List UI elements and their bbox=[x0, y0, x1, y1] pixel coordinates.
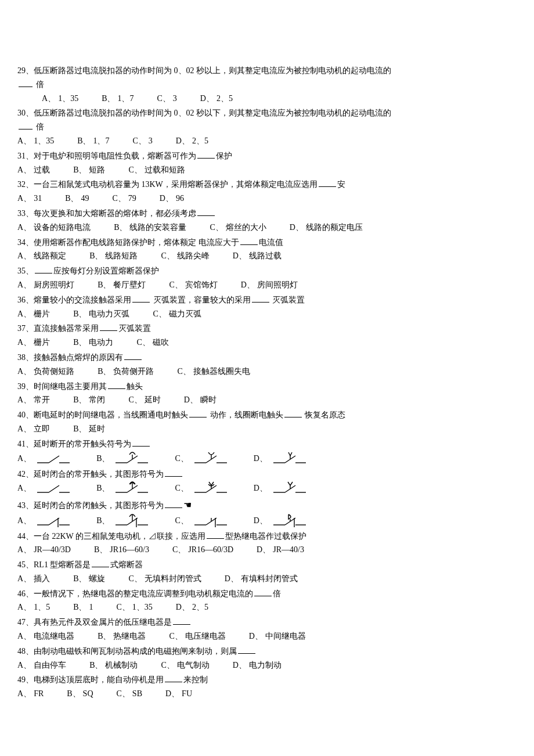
option[interactable]: D、 中间继电器 bbox=[249, 629, 306, 643]
option[interactable]: D、 瞬时 bbox=[184, 393, 217, 407]
option[interactable]: A、插入 bbox=[17, 572, 50, 586]
option[interactable]: D、FU bbox=[165, 687, 192, 701]
option[interactable]: A、负荷侧短路 bbox=[17, 365, 74, 379]
option[interactable]: B、 常闭 bbox=[73, 393, 105, 407]
option[interactable]: D、 bbox=[254, 451, 309, 466]
option[interactable]: A、线路额定 bbox=[17, 249, 66, 263]
option[interactable]: A、自由停车 bbox=[17, 658, 66, 672]
option[interactable]: D、2、5 bbox=[200, 92, 233, 106]
question-q32: 32、一台三相鼠笼式电动机容量为 13KW，采用熔断器保护，其熔体额定电流应选用… bbox=[17, 178, 517, 206]
option[interactable]: A、设备的短路电流 bbox=[17, 221, 91, 235]
option[interactable]: B、 bbox=[96, 513, 151, 528]
option-value: 常开 bbox=[34, 393, 50, 407]
option-value: 延时 bbox=[89, 422, 105, 436]
option[interactable]: C、 电压继电器 bbox=[169, 629, 225, 643]
option[interactable]: A、电流继电器 bbox=[17, 629, 74, 643]
option[interactable]: D、 bbox=[254, 513, 309, 528]
option[interactable]: A、栅片 bbox=[17, 307, 50, 321]
option[interactable]: D、 线路的额定电压 bbox=[290, 221, 363, 235]
option[interactable]: B、JR16—60/3 bbox=[94, 543, 149, 557]
option[interactable]: C、无填料封闭管式 bbox=[128, 572, 201, 586]
option[interactable]: A、立即 bbox=[17, 422, 50, 436]
option[interactable]: A、过载 bbox=[17, 163, 50, 177]
option[interactable]: A、1、35 bbox=[17, 134, 54, 148]
option[interactable]: A、常开 bbox=[17, 393, 50, 407]
option-label: A、 bbox=[17, 163, 31, 177]
option-label: C、 bbox=[210, 221, 223, 235]
option[interactable]: A、栅片 bbox=[17, 336, 50, 350]
option-label: A、 bbox=[17, 221, 31, 235]
option-value: 1、7 bbox=[93, 134, 109, 148]
option[interactable]: B、螺旋 bbox=[73, 572, 105, 586]
option[interactable]: B、 1、7 bbox=[102, 92, 134, 106]
option[interactable]: C、 电气制动 bbox=[161, 658, 209, 672]
option-label: B、 bbox=[73, 336, 86, 350]
option[interactable]: D、 线路过载 bbox=[233, 249, 282, 263]
option[interactable]: C、线路尖峰 bbox=[161, 249, 209, 263]
option[interactable]: A、FR bbox=[17, 687, 44, 701]
option[interactable]: C、3 bbox=[132, 134, 152, 148]
option-value: 接触器线圈失电 bbox=[193, 365, 250, 379]
option[interactable]: B、1 bbox=[73, 600, 93, 614]
option[interactable]: A、 bbox=[17, 481, 73, 496]
question-q33: 33、每次更换和加大熔断器的熔体时，都必须考虑A、设备的短路电流B、 线路的安装… bbox=[17, 207, 517, 235]
option[interactable]: D、 有填料封闭管式 bbox=[225, 572, 298, 586]
option[interactable]: B、 线路的安装容量 bbox=[114, 221, 186, 235]
option-value: FR bbox=[34, 687, 44, 701]
option[interactable]: C、 磁吹 bbox=[136, 336, 168, 350]
option[interactable]: C、79 bbox=[112, 192, 136, 206]
option[interactable]: B、餐厅壁灯 bbox=[98, 278, 146, 292]
option[interactable]: C、 接触器线圈失电 bbox=[177, 365, 250, 379]
option[interactable]: B、 线路短路 bbox=[89, 249, 138, 263]
option-label: D、 bbox=[241, 278, 255, 292]
option[interactable]: D、JR—40/3 bbox=[257, 543, 304, 557]
option[interactable]: C、JR16—60/3D bbox=[172, 543, 233, 557]
option[interactable]: A、1、5 bbox=[17, 600, 50, 614]
stem-pre: 49、电梯到达顶层底时，能自动停机是用 bbox=[17, 675, 164, 684]
option[interactable]: D、 电力制动 bbox=[233, 658, 282, 672]
option-label: C、 bbox=[169, 278, 182, 292]
option[interactable]: C、磁力灭弧 bbox=[153, 307, 201, 321]
option[interactable]: D、96 bbox=[160, 192, 184, 206]
option[interactable]: A、31 bbox=[17, 192, 42, 206]
option[interactable]: D、 bbox=[254, 481, 309, 496]
option[interactable]: B、电动力 bbox=[73, 336, 113, 350]
options-row: A、自由停车B、 机械制动C、 电气制动D、 电力制动 bbox=[17, 658, 517, 672]
option-label: B、 bbox=[94, 543, 107, 557]
option[interactable]: B、 电动力灭弧 bbox=[73, 307, 129, 321]
option[interactable]: C、 延时 bbox=[128, 393, 160, 407]
option[interactable]: A、 bbox=[17, 451, 73, 466]
option[interactable]: C、 宾馆饰灯 bbox=[169, 278, 217, 292]
option[interactable]: A、1、35 bbox=[42, 92, 78, 106]
option[interactable]: B、49 bbox=[65, 192, 89, 206]
option[interactable]: C、SB bbox=[117, 687, 142, 701]
option[interactable]: A、JR—40/3D bbox=[17, 543, 71, 557]
option[interactable]: B、 热继电器 bbox=[98, 629, 146, 643]
option[interactable]: B、 bbox=[96, 451, 151, 466]
question-q49: 49、电梯到达顶层底时，能自动停机是用来控制A、FRB、SQC、SBD、FU bbox=[17, 673, 517, 701]
option-value: 螺旋 bbox=[89, 572, 105, 586]
option[interactable]: D、房间照明灯 bbox=[241, 278, 298, 292]
option[interactable]: B、1、7 bbox=[77, 134, 109, 148]
option[interactable]: C、 熔丝的大小 bbox=[210, 221, 266, 235]
option[interactable]: C、3 bbox=[157, 92, 176, 106]
option[interactable]: D、2、5 bbox=[176, 600, 208, 614]
option[interactable]: B、 机械制动 bbox=[89, 658, 138, 672]
option[interactable]: C、 bbox=[175, 451, 230, 466]
option[interactable]: B、 负荷侧开路 bbox=[98, 365, 154, 379]
option[interactable]: B、 bbox=[96, 481, 151, 496]
option[interactable]: B、 延时 bbox=[73, 422, 105, 436]
option[interactable]: C、 bbox=[175, 481, 230, 496]
option-value: 栅片 bbox=[34, 307, 50, 321]
option[interactable]: B、SQ bbox=[67, 687, 93, 701]
option[interactable]: C、过载和短路 bbox=[128, 163, 185, 177]
option[interactable]: C、 bbox=[175, 513, 230, 528]
option[interactable]: D、2、5 bbox=[176, 134, 208, 148]
option-label: D、 bbox=[290, 221, 304, 235]
option[interactable]: B、 短路 bbox=[73, 163, 105, 177]
option[interactable]: C、1、35 bbox=[116, 600, 152, 614]
option-label: A、 bbox=[17, 393, 31, 407]
stem-post: 触头 bbox=[127, 382, 143, 391]
option[interactable]: A、 bbox=[17, 513, 73, 528]
option[interactable]: A、厨房照明灯 bbox=[17, 278, 74, 292]
